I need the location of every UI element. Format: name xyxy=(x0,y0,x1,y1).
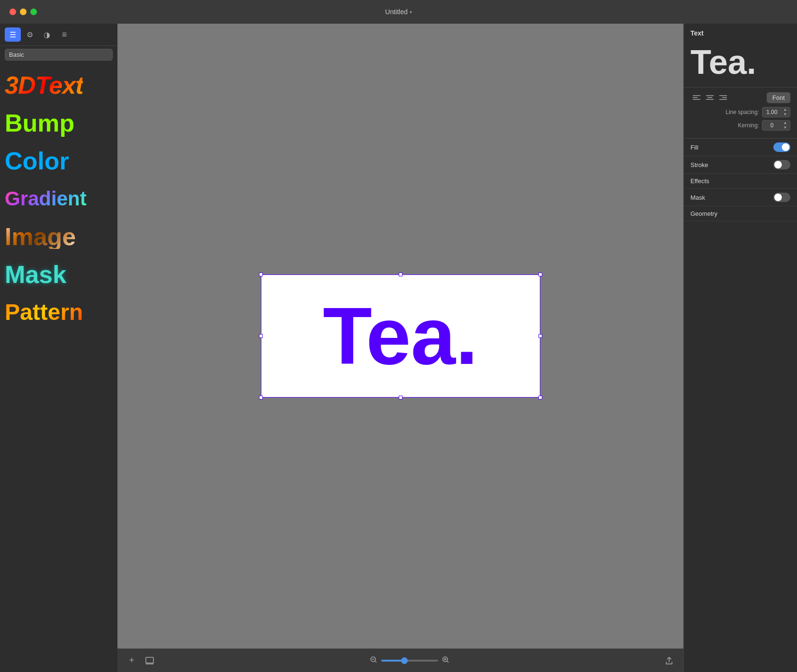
svg-rect-0 xyxy=(146,657,153,663)
zoom-in-button[interactable] xyxy=(442,656,449,665)
stroke-toggle[interactable] xyxy=(773,160,790,169)
style-item-3dtext[interactable]: 3DText xyxy=(0,66,117,104)
kerning-row: Kerning: ▲ ▼ xyxy=(690,120,790,131)
style-label-pattern: Pattern xyxy=(5,301,83,324)
style-item-bump[interactable]: Bump xyxy=(0,104,117,142)
kerning-up[interactable]: ▲ xyxy=(781,121,789,125)
kerning-input[interactable] xyxy=(762,121,781,130)
stroke-label: Stroke xyxy=(690,161,708,168)
title-chevron-icon: ▾ xyxy=(410,9,412,15)
share-button[interactable] xyxy=(663,654,676,667)
kerning-down[interactable]: ▼ xyxy=(781,125,789,130)
close-button[interactable] xyxy=(9,9,16,15)
line-spacing-input[interactable] xyxy=(762,108,781,116)
maximize-button[interactable] xyxy=(30,9,37,15)
title-bar: Untitled ▾ xyxy=(0,0,797,24)
line-spacing-row: Line spacing: ▲ ▼ xyxy=(690,107,790,117)
settings-button[interactable]: ⚙ xyxy=(22,27,38,42)
canvas-document[interactable]: Tea. xyxy=(261,274,540,398)
text-section: Font Line spacing: ▲ ▼ Kerning: ▲ xyxy=(684,88,797,139)
stroke-section: Stroke xyxy=(684,156,797,174)
style-item-color[interactable]: Color xyxy=(0,142,117,180)
zoom-control xyxy=(370,656,449,665)
zoom-out-icon xyxy=(370,656,377,663)
add-button[interactable]: + xyxy=(125,654,138,667)
effects-label: Effects xyxy=(690,177,709,185)
import-icon xyxy=(145,656,154,665)
layers-button[interactable]: ≡ xyxy=(56,27,72,42)
handle-bottom-left[interactable] xyxy=(259,396,263,399)
minimize-button[interactable] xyxy=(20,9,27,15)
fill-section: Fill xyxy=(684,139,797,156)
style-label-image: Image xyxy=(5,224,76,249)
panel-preview: Tea. xyxy=(690,41,790,83)
align-left-button[interactable] xyxy=(690,93,703,103)
window-title[interactable]: Untitled ▾ xyxy=(385,8,412,16)
mask-toggle[interactable] xyxy=(773,193,790,202)
style-item-pattern[interactable]: Pattern xyxy=(0,293,117,331)
align-buttons xyxy=(690,93,729,103)
list-view-button[interactable]: ☰ xyxy=(5,27,21,42)
geometry-section: Geometry xyxy=(684,206,797,221)
zoom-out-button[interactable] xyxy=(370,656,377,665)
style-list: 3DText Bump Color Gradient Image Mask Pa… xyxy=(0,64,117,672)
align-left-icon xyxy=(693,95,700,101)
kerning-input-group: ▲ ▼ xyxy=(762,120,790,131)
mask-section: Mask xyxy=(684,189,797,206)
style-label-gradient: Gradient xyxy=(5,189,87,209)
font-button[interactable]: Font xyxy=(767,92,790,103)
geometry-label: Geometry xyxy=(690,210,717,217)
handle-top-right[interactable] xyxy=(538,273,542,276)
fill-toggle[interactable] xyxy=(773,142,790,152)
canvas-text[interactable]: Tea. xyxy=(323,296,478,376)
line-spacing-input-group: ▲ ▼ xyxy=(762,107,790,117)
canvas-content[interactable]: Tea. xyxy=(117,24,683,648)
preview-text: Tea. xyxy=(690,45,756,79)
shape-button[interactable]: ◑ xyxy=(39,27,55,42)
bottom-right-tools xyxy=(663,654,676,667)
fill-label: Fill xyxy=(690,144,698,151)
line-spacing-up[interactable]: ▲ xyxy=(781,107,789,112)
zoom-in-icon xyxy=(442,656,449,663)
align-center-button[interactable] xyxy=(704,93,716,103)
canvas-bottom-bar: + xyxy=(117,648,683,672)
style-item-mask[interactable]: Mask xyxy=(0,256,117,293)
handle-bottom-center[interactable] xyxy=(399,396,403,399)
import-button[interactable] xyxy=(143,654,156,667)
line-spacing-down[interactable]: ▼ xyxy=(781,112,789,117)
handle-bottom-right[interactable] xyxy=(538,396,542,399)
svg-line-6 xyxy=(447,661,448,663)
handle-middle-left[interactable] xyxy=(259,334,263,338)
svg-line-3 xyxy=(375,661,376,663)
style-label-3dtext: 3DText xyxy=(5,73,83,97)
mask-label: Mask xyxy=(690,194,705,201)
sidebar: ☰ ⚙ ◑ ≡ Basic Advanced Custom 3DText Bum… xyxy=(0,24,117,672)
effects-section: Effects xyxy=(684,174,797,189)
handle-top-center[interactable] xyxy=(399,273,403,276)
style-label-mask: Mask xyxy=(5,262,66,287)
style-label-bump: Bump xyxy=(5,111,74,135)
style-item-gradient[interactable]: Gradient xyxy=(0,180,117,218)
kerning-label: Kerning: xyxy=(738,122,759,129)
share-icon xyxy=(664,656,674,665)
handle-top-left[interactable] xyxy=(259,273,263,276)
canvas-area: Tea. + xyxy=(117,24,683,672)
text-align-row: Font xyxy=(690,92,790,103)
kerning-stepper: ▲ ▼ xyxy=(781,121,789,130)
right-panel: Text Tea. xyxy=(683,24,797,672)
main-layout: ☰ ⚙ ◑ ≡ Basic Advanced Custom 3DText Bum… xyxy=(0,24,797,672)
align-right-button[interactable] xyxy=(717,93,729,103)
style-item-image[interactable]: Image xyxy=(0,218,117,256)
align-center-icon xyxy=(706,95,714,101)
panel-title: Text xyxy=(690,29,790,37)
line-spacing-stepper: ▲ ▼ xyxy=(781,107,789,117)
align-right-icon xyxy=(719,95,727,101)
line-spacing-label: Line spacing: xyxy=(725,109,759,115)
handle-middle-right[interactable] xyxy=(538,334,542,338)
style-label-color: Color xyxy=(5,149,69,173)
category-dropdown-container: Basic Advanced Custom xyxy=(5,49,113,61)
window-controls xyxy=(9,9,37,15)
zoom-slider[interactable] xyxy=(381,660,438,662)
panel-header: Text Tea. xyxy=(684,24,797,88)
category-dropdown[interactable]: Basic Advanced Custom xyxy=(5,49,113,61)
